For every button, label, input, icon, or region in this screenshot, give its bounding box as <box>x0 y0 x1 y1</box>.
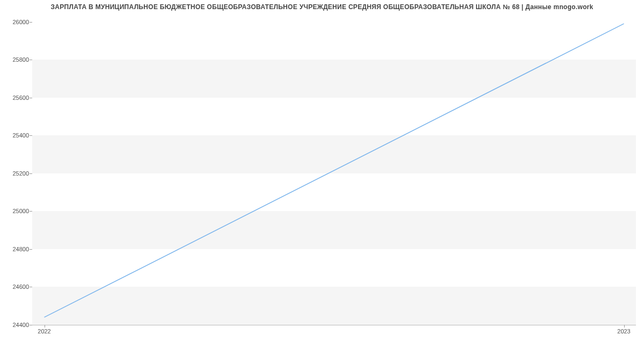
y-tick-mark <box>30 22 32 23</box>
y-tick-label: 25600 <box>12 94 29 101</box>
y-tick-label: 26000 <box>12 19 29 25</box>
y-tick-label: 25800 <box>12 56 29 63</box>
y-tick-label: 24800 <box>12 246 29 252</box>
x-tick-label: 2023 <box>617 328 630 335</box>
y-tick-mark <box>30 135 32 136</box>
x-tick-label: 2022 <box>38 328 50 335</box>
data-line <box>45 24 624 317</box>
x-tick-mark <box>45 325 45 328</box>
y-tick-label: 25400 <box>12 132 29 139</box>
line-series <box>32 16 636 325</box>
y-tick-mark <box>30 249 32 250</box>
chart-title: ЗАРПЛАТА В МУНИЦИПАЛЬНОЕ БЮДЖЕТНОЕ ОБЩЕО… <box>0 0 644 11</box>
y-tick-mark <box>30 60 32 60</box>
chart-container: ЗАРПЛАТА В МУНИЦИПАЛЬНОЕ БЮДЖЕТНОЕ ОБЩЕО… <box>0 0 644 349</box>
y-tick-mark <box>30 173 32 174</box>
y-tick-label: 25200 <box>12 170 29 177</box>
y-tick-label: 24400 <box>12 322 29 328</box>
y-tick-label: 25000 <box>12 208 29 214</box>
y-tick-mark <box>30 98 32 98</box>
x-tick-mark <box>624 325 625 328</box>
y-tick-mark <box>30 211 32 212</box>
plot-area: 2440024600248002500025200254002560025800… <box>32 16 636 325</box>
y-tick-mark <box>30 325 32 325</box>
y-tick-label: 24600 <box>12 283 29 290</box>
y-tick-mark <box>30 287 32 287</box>
